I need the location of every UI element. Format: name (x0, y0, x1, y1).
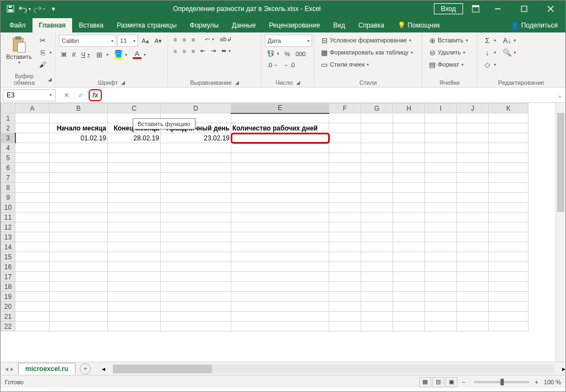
cell-C20[interactable] (108, 302, 161, 312)
cell-E3[interactable] (231, 133, 329, 143)
cell-C12[interactable] (108, 222, 161, 232)
cell-I6[interactable] (425, 163, 457, 173)
cell-A22[interactable] (15, 322, 50, 331)
cell-J3[interactable] (457, 133, 489, 143)
cell-H7[interactable] (393, 173, 425, 183)
sheet-tab-active[interactable]: microexcel.ru (18, 363, 75, 374)
cell-K3[interactable] (489, 133, 529, 143)
cell-B21[interactable] (50, 312, 108, 322)
cell-J12[interactable] (457, 222, 489, 232)
italic-button[interactable]: К (70, 50, 78, 59)
font-color-button[interactable]: A▾ (130, 49, 148, 60)
increase-font-icon[interactable]: A▴ (139, 36, 151, 46)
cell-J17[interactable] (457, 272, 489, 282)
row-header-12[interactable]: 12 (1, 222, 15, 232)
number-dialog-launcher[interactable]: ◢ (296, 80, 300, 85)
borders-button[interactable]: ⊞▾ (93, 49, 111, 60)
cell-C18[interactable] (108, 282, 161, 292)
cell-A10[interactable] (15, 203, 50, 213)
cell-B22[interactable] (50, 322, 108, 331)
cell-C7[interactable] (108, 173, 161, 183)
cell-C6[interactable] (108, 163, 161, 173)
column-header-H[interactable]: H (393, 104, 425, 113)
row-header-16[interactable]: 16 (1, 262, 15, 272)
cell-J2[interactable] (457, 123, 489, 133)
cell-D16[interactable] (161, 262, 231, 272)
cell-F9[interactable] (329, 193, 361, 203)
cell-H2[interactable] (393, 123, 425, 133)
clear-button[interactable]: ◇▾ (481, 59, 498, 70)
insert-function-button[interactable]: fx (89, 89, 102, 101)
cell-C22[interactable] (108, 322, 161, 331)
alignment-dialog-launcher[interactable]: ◢ (235, 80, 239, 85)
cell-D6[interactable] (161, 163, 231, 173)
cell-K7[interactable] (489, 173, 529, 183)
cell-K8[interactable] (489, 183, 529, 193)
find-select-button[interactable]: 🔍▾ (500, 47, 518, 58)
cell-H4[interactable] (393, 143, 425, 153)
cell-J22[interactable] (457, 322, 489, 331)
cell-A14[interactable] (15, 242, 50, 252)
cell-F22[interactable] (329, 322, 361, 331)
view-page-break-icon[interactable]: ▣ (445, 377, 458, 387)
cell-K2[interactable] (489, 123, 529, 133)
cell-I15[interactable] (425, 252, 457, 262)
cell-I9[interactable] (425, 193, 457, 203)
cell-B19[interactable] (50, 292, 108, 302)
cell-B8[interactable] (50, 183, 108, 193)
font-size-select[interactable]: 11▾ (117, 35, 138, 47)
row-header-8[interactable]: 8 (1, 183, 15, 193)
row-header-1[interactable]: 1 (1, 113, 15, 123)
row-header-19[interactable]: 19 (1, 292, 15, 302)
cell-C21[interactable] (108, 312, 161, 322)
tab-formulas[interactable]: Формулы (183, 18, 225, 32)
sheet-nav-last-icon[interactable]: ▸ (10, 365, 14, 373)
cell-E2[interactable]: Количество рабочих дней (231, 123, 329, 133)
clipboard-dialog-launcher[interactable]: ◢ (48, 77, 52, 82)
select-all-corner[interactable] (1, 104, 15, 113)
row-header-9[interactable]: 9 (1, 193, 15, 203)
cell-J7[interactable] (457, 173, 489, 183)
undo-icon[interactable]: ▾ (18, 2, 31, 15)
new-sheet-button[interactable]: + (80, 363, 91, 374)
cell-C15[interactable] (108, 252, 161, 262)
increase-decimal-icon[interactable]: .0→ (265, 61, 280, 69)
tab-review[interactable]: Рецензирование (262, 18, 326, 32)
cell-B5[interactable] (50, 153, 108, 163)
qat-customize-icon[interactable]: ▾ (47, 2, 60, 15)
column-header-I[interactable]: I (425, 104, 457, 113)
cell-D4[interactable] (161, 143, 231, 153)
cell-H6[interactable] (393, 163, 425, 173)
cell-K13[interactable] (489, 232, 529, 242)
cell-G12[interactable] (361, 222, 393, 232)
cell-I19[interactable] (425, 292, 457, 302)
wrap-text-icon[interactable]: ab↲ (217, 35, 233, 44)
merge-center-icon[interactable]: ⬌▾ (219, 46, 233, 56)
cell-E22[interactable] (231, 322, 329, 331)
cell-I11[interactable] (425, 213, 457, 222)
cell-E19[interactable] (231, 292, 329, 302)
cell-D14[interactable] (161, 242, 231, 252)
cell-G4[interactable] (361, 143, 393, 153)
cell-H20[interactable] (393, 302, 425, 312)
cell-D12[interactable] (161, 222, 231, 232)
cell-D15[interactable] (161, 252, 231, 262)
percent-format-icon[interactable]: % (282, 50, 292, 58)
tab-page-layout[interactable]: Разметка страницы (110, 18, 183, 32)
font-dialog-launcher[interactable]: ◢ (121, 80, 125, 85)
row-header-2[interactable]: 2 (1, 123, 15, 133)
cell-F19[interactable] (329, 292, 361, 302)
conditional-formatting-button[interactable]: ⊟Условное форматирование▾ (318, 35, 418, 46)
cell-H10[interactable] (393, 203, 425, 213)
cell-I7[interactable] (425, 173, 457, 183)
number-format-select[interactable]: Дата▾ (265, 35, 312, 47)
underline-button[interactable]: Ч▾ (79, 50, 91, 59)
cell-A2[interactable] (15, 123, 50, 133)
cell-E4[interactable] (231, 143, 329, 153)
signin-button[interactable]: Вход (434, 3, 463, 14)
cell-I3[interactable] (425, 133, 457, 143)
cell-H16[interactable] (393, 262, 425, 272)
cell-H19[interactable] (393, 292, 425, 302)
cell-K21[interactable] (489, 312, 529, 322)
cell-K15[interactable] (489, 252, 529, 262)
